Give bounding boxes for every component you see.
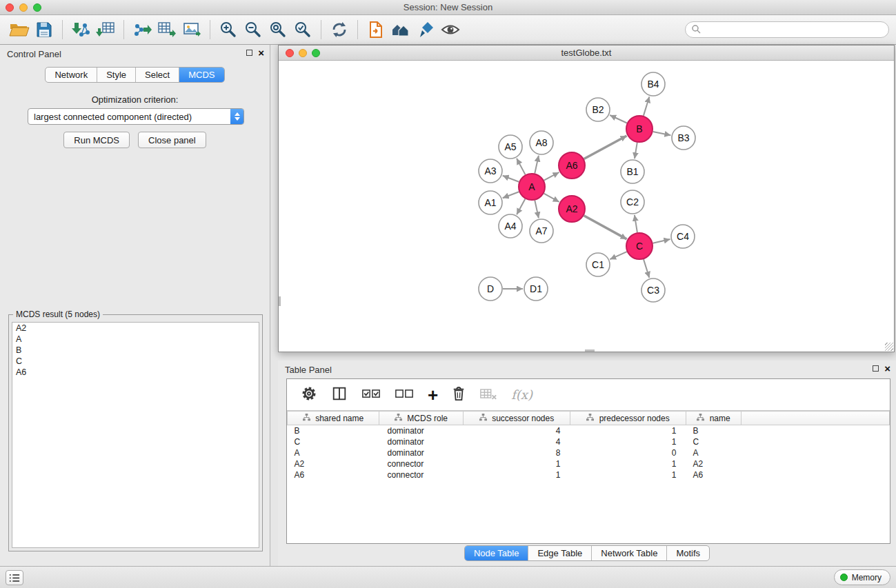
trash-icon[interactable] <box>452 385 466 404</box>
open-session-icon[interactable] <box>7 18 32 41</box>
graph-edge-A-A5[interactable] <box>517 159 526 175</box>
export-image-icon[interactable] <box>179 18 204 41</box>
column-header-shared-name[interactable]: shared name <box>288 412 379 425</box>
table-cell[interactable]: 1 <box>570 469 686 480</box>
table-cell[interactable]: 4 <box>464 425 570 436</box>
float-panel-icon[interactable] <box>246 50 252 56</box>
graph-edge-B-B1[interactable] <box>635 143 637 159</box>
graph-edge-A-A8[interactable] <box>535 156 539 174</box>
gear-icon[interactable] <box>301 385 317 404</box>
column-header-mcds-role[interactable]: MCDS role <box>379 412 464 425</box>
close-panel-icon[interactable]: × <box>884 365 890 372</box>
table-cell[interactable]: A <box>686 447 741 458</box>
table-cell[interactable]: 1 <box>570 458 686 469</box>
table-cell[interactable]: 1 <box>464 458 570 469</box>
run-mcds-button[interactable]: Run MCDS <box>63 132 130 148</box>
import-table-icon[interactable] <box>93 18 118 41</box>
table-cell[interactable]: 8 <box>464 447 570 458</box>
table-cell[interactable]: dominator <box>379 436 464 447</box>
table-row[interactable]: Bdominator41B <box>288 425 890 436</box>
import-network-icon[interactable] <box>68 18 93 41</box>
search-field[interactable] <box>685 21 889 38</box>
tab-motifs[interactable]: Motifs <box>666 546 709 560</box>
table-cell[interactable]: B <box>686 425 741 436</box>
table-cell[interactable]: 4 <box>464 436 570 447</box>
column-header-predecessor-nodes[interactable]: predecessor nodes <box>570 412 686 425</box>
zoom-in-icon[interactable] <box>216 18 241 41</box>
table-cell[interactable]: A2 <box>686 458 741 469</box>
graph-edge-C-C3[interactable] <box>644 259 649 278</box>
task-history-button[interactable] <box>6 570 23 585</box>
close-panel-icon[interactable]: × <box>258 49 264 57</box>
table-cell[interactable]: dominator <box>379 447 464 458</box>
graph-edge-C-C1[interactable] <box>610 252 627 259</box>
graph-edge-A-A1[interactable] <box>503 192 519 198</box>
close-panel-button[interactable]: Close panel <box>138 132 206 148</box>
float-panel-icon[interactable] <box>873 365 879 372</box>
table-cell[interactable]: A2 <box>288 458 379 469</box>
mcds-result-list[interactable]: A2ABCA6 <box>12 322 259 548</box>
deselect-all-icon[interactable] <box>395 388 414 402</box>
mcds-result-item[interactable]: A <box>12 334 259 345</box>
tab-mcds[interactable]: MCDS <box>179 68 223 82</box>
memory-button[interactable]: Memory <box>834 569 890 585</box>
table-cell[interactable]: C <box>686 436 741 447</box>
table-cell[interactable]: 1 <box>570 425 686 436</box>
graph-edge-A-A6[interactable] <box>544 172 559 181</box>
table-cell[interactable]: connector <box>379 458 464 469</box>
mcds-result-item[interactable]: B <box>12 345 259 356</box>
mcds-result-item[interactable]: A6 <box>12 367 259 378</box>
resize-grip[interactable] <box>885 343 893 351</box>
zoom-fit-icon[interactable] <box>266 18 290 41</box>
graph-edge-A2-C[interactable] <box>584 216 627 239</box>
save-session-icon[interactable] <box>32 18 57 41</box>
column-header-successor-nodes[interactable]: successor nodes <box>464 412 570 425</box>
export-network-icon[interactable] <box>130 18 155 41</box>
table-cell[interactable]: B <box>288 425 379 436</box>
table-cell[interactable]: C <box>288 436 379 447</box>
export-table-icon[interactable] <box>155 18 179 41</box>
graph-edge-A-A2[interactable] <box>544 194 559 202</box>
mcds-result-item[interactable]: C <box>12 356 259 367</box>
mcds-result-item[interactable]: A2 <box>12 323 259 334</box>
graph-edge-A-A3[interactable] <box>503 176 519 182</box>
column-header-name[interactable]: name <box>686 412 741 425</box>
graph-edge-A6-B[interactable] <box>584 136 627 159</box>
tab-network[interactable]: Network <box>46 68 97 82</box>
graph-edge-A-A7[interactable] <box>535 201 539 219</box>
refresh-icon[interactable] <box>327 18 352 41</box>
table-cell[interactable]: connector <box>379 469 464 480</box>
style-brush-icon[interactable] <box>413 18 438 41</box>
tab-node-table[interactable]: Node Table <box>465 546 528 560</box>
select-all-icon[interactable] <box>361 388 381 402</box>
tab-edge-table[interactable]: Edge Table <box>528 546 591 560</box>
table-cell[interactable]: 1 <box>464 469 570 480</box>
network-overview-icon[interactable] <box>388 18 413 41</box>
search-input[interactable] <box>704 25 883 35</box>
graph-edge-C-C2[interactable] <box>635 215 637 232</box>
table-cell[interactable]: 1 <box>570 436 686 447</box>
tab-style[interactable]: Style <box>97 68 135 82</box>
table-cell[interactable]: A6 <box>686 469 741 480</box>
graph-edge-B-B4[interactable] <box>644 97 650 116</box>
tab-network-table[interactable]: Network Table <box>591 546 666 560</box>
select-columns-icon[interactable] <box>331 385 348 404</box>
network-canvas[interactable]: B4B2BB3A5A8A6A3B1AA1C2A2A4A7CC4C1C3DD1 <box>279 61 894 352</box>
table-cell[interactable]: A <box>288 447 379 458</box>
eye-icon[interactable] <box>438 18 463 41</box>
zoom-selected-icon[interactable] <box>290 18 315 41</box>
add-column-icon[interactable]: + <box>428 388 438 402</box>
graph-edge-B-B2[interactable] <box>610 115 627 123</box>
network-graph[interactable]: B4B2BB3A5A8A6A3B1AA1C2A2A4A7CC4C1C3DD1 <box>279 61 894 352</box>
table-cell[interactable]: A6 <box>288 469 379 480</box>
table-cell[interactable]: 0 <box>570 447 686 458</box>
snapshot-icon[interactable] <box>364 18 388 41</box>
table-row[interactable]: Adominator80A <box>288 447 890 458</box>
graph-edge-A-A4[interactable] <box>517 199 525 215</box>
criterion-dropdown[interactable]: largest connected component (directed) <box>28 108 244 125</box>
table-row[interactable]: A6connector11A6 <box>288 469 890 480</box>
tab-select[interactable]: Select <box>135 68 179 82</box>
table-row[interactable]: Cdominator41C <box>288 436 890 447</box>
table-row[interactable]: A2connector11A2 <box>288 458 890 469</box>
graph-edge-B-B3[interactable] <box>653 132 671 135</box>
